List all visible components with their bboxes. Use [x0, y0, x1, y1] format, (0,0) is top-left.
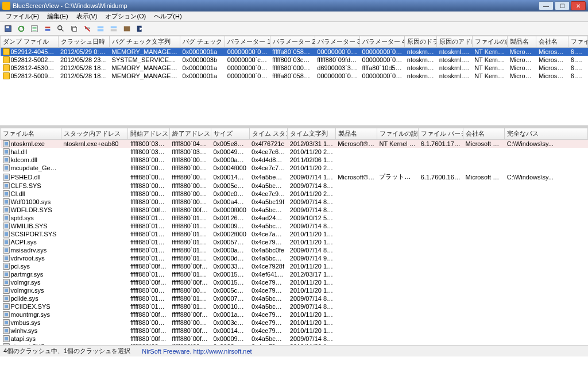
table-row[interactable]: 052812-50091-01.dmp2012/05/28 18:35:42ME… — [1, 72, 588, 80]
save-icon[interactable] — [2, 23, 14, 34]
column-header[interactable]: ファイ — [568, 36, 588, 48]
menu-item[interactable]: ヘルプ(H) — [150, 12, 185, 21]
column-header[interactable]: ダンプ ファイル — [1, 36, 59, 48]
column-header[interactable]: 原因のアドレス — [437, 36, 472, 48]
minimize-button[interactable]: — — [539, 1, 554, 10]
column-header[interactable]: 会社名 — [463, 128, 505, 140]
table-row[interactable]: kdcom.dllfffff880`00bad000fffff880`00bb7… — [1, 156, 588, 164]
table-row[interactable]: ntoskrnl.exentoskrnl.exe+eab80fffff800`0… — [1, 140, 588, 148]
table-row[interactable]: mcupdate_GenuineIntel.dllfffff880`00c9e0… — [1, 164, 588, 172]
svg-rect-12 — [72, 27, 76, 31]
maximize-button[interactable]: ☐ — [555, 1, 570, 10]
table-row[interactable]: partmgr.sysfffff880`011e0000fffff880`011… — [1, 270, 588, 278]
table-row[interactable]: atapi.sysfffff880`00ff5000fffff880`00ffe… — [1, 335, 588, 343]
table-row[interactable]: 052812-45302-01.dmp2012/05/28 18:55:48ME… — [1, 64, 588, 72]
table-row[interactable]: vmbus.sysfffff880`00dad000fffff880`00de9… — [1, 319, 588, 327]
column-header[interactable]: パラメーター 4 — [360, 36, 405, 48]
exit-icon[interactable] — [134, 23, 146, 34]
driver-list-pane[interactable]: ファイル名スタック内アドレス開始アドレス終了アドレスサイズタイム スタンプタイム… — [0, 128, 588, 345]
window-title: BlueScreenView - C:\Windows\Minidump — [13, 2, 539, 9]
menu-item[interactable]: 表示(V) — [73, 12, 101, 21]
menu-item[interactable]: ファイル(F) — [2, 12, 42, 21]
driver-file-icon — [3, 287, 10, 294]
delete-icon[interactable] — [82, 23, 93, 34]
table-row[interactable]: mountmgr.sysfffff880`00fc7000fffff880`00… — [1, 310, 588, 319]
toolbar — [0, 22, 588, 36]
properties-icon[interactable] — [29, 23, 40, 34]
column-header[interactable]: ファイル バージ... — [419, 128, 463, 140]
menu-item[interactable]: 編集(E) — [44, 12, 72, 21]
status-bar: 4個のクラッシュ中、1個のクラッシュを選択 NirSoft Freeware. … — [0, 345, 588, 356]
table-row[interactable]: PCIIDEX.SYSfffff880`01034000fffff880`010… — [1, 302, 588, 310]
status-link[interactable]: NirSoft Freeware. http://www.nirsoft.net — [142, 348, 252, 355]
table-row[interactable]: msisadrv.sysfffff880`01086000fffff880`01… — [1, 246, 588, 254]
table-row[interactable]: WDFLDR.SYSfffff880`00f70000fffff880`00f7… — [1, 206, 588, 214]
driver-file-icon — [3, 174, 10, 181]
column-header[interactable]: パラメーター 2 — [270, 36, 315, 48]
dump-table[interactable]: ダンプ ファイルクラッシュ日時バグ チェック文字列バグ チェック コードパラメー… — [0, 36, 588, 80]
table-row[interactable]: CLFS.SYSfffff880`00cf3000fffff880`00d510… — [1, 182, 588, 190]
column-header[interactable]: バグ チェック文字列 — [110, 36, 180, 48]
view1-icon[interactable] — [95, 23, 106, 34]
driver-file-icon — [3, 164, 10, 171]
column-header[interactable]: サイズ — [211, 128, 249, 140]
table-row[interactable]: vdrvroot.sysfffff880`01090000fffff880`01… — [1, 254, 588, 262]
driver-table[interactable]: ファイル名スタック内アドレス開始アドレス終了アドレスサイズタイム スタンプタイム… — [0, 128, 588, 345]
driver-file-icon — [3, 247, 10, 254]
table-row[interactable]: SCSIPORT.SYSfffff880`011e0000fffff880`01… — [1, 230, 588, 238]
column-header[interactable]: 製品名 — [335, 128, 377, 140]
svg-rect-16 — [98, 29, 104, 31]
table-row[interactable]: WMILIB.SYSfffff880`0111d7000fffff880`011… — [1, 222, 588, 230]
table-row[interactable]: 052912-40452-01.dmp2012/05/29 0:16:07MEM… — [1, 48, 588, 56]
column-header[interactable]: クラッシュ日時 — [58, 36, 109, 48]
column-header[interactable]: 製品名 — [508, 36, 536, 48]
copy-icon[interactable] — [68, 23, 80, 34]
options-icon[interactable] — [42, 23, 53, 34]
table-row[interactable]: Wdf01000.sysfffff880`00ea0000fffff880`00… — [1, 198, 588, 206]
table-row[interactable]: CI.dllfffff880`00eb0000fffff880`00d70000… — [1, 190, 588, 198]
table-row[interactable]: winhv.sysfffff880`00fe1000fffff880`00ff5… — [1, 327, 588, 335]
close-button[interactable]: ✕ — [571, 1, 586, 10]
driver-file-icon — [3, 190, 10, 197]
title-bar: BlueScreenView - C:\Windows\Minidump — ☐… — [0, 0, 588, 12]
driver-file-icon — [3, 148, 10, 155]
column-header[interactable]: 原因のドライバー — [405, 36, 437, 48]
refresh-icon[interactable] — [16, 23, 27, 34]
table-row[interactable]: sptd.sysfffff880`0101b000fffff880`01101f… — [1, 214, 588, 222]
table-row[interactable]: volmgr.sysfffff880`00fb2000fffff880`00fc… — [1, 278, 588, 286]
svg-rect-8 — [45, 29, 51, 30]
column-header[interactable]: パラメーター 1 — [225, 36, 270, 48]
table-row[interactable]: volmgrx.sysfffff880`00d51000fffff880`00d… — [1, 286, 588, 294]
column-header[interactable]: 終了アドレス — [169, 128, 211, 140]
column-header[interactable]: ファイル名 — [1, 128, 61, 140]
view2-icon[interactable] — [108, 23, 119, 34]
table-row[interactable]: ACPI.sysfffff880`0102f000fffff880`010860… — [1, 238, 588, 246]
column-header[interactable]: タイム スタンプ — [249, 128, 288, 140]
driver-file-icon — [3, 279, 10, 286]
column-header[interactable]: パラメーター 3 — [315, 36, 359, 48]
column-header[interactable]: タイム文字列 — [288, 128, 335, 140]
column-header[interactable]: 完全なパス — [505, 128, 588, 140]
svg-point-9 — [58, 25, 62, 29]
table-row[interactable]: 052812-50029-01.dmp2012/05/28 23:43:52SY… — [1, 56, 588, 64]
column-header[interactable]: 会社名 — [536, 36, 568, 48]
dump-list-pane[interactable]: ダンプ ファイルクラッシュ日時バグ チェック文字列バグ チェック コードパラメー… — [0, 36, 588, 128]
table-row[interactable]: hal.dllfffff800`03a16000fffff800`03a5f00… — [1, 148, 588, 156]
table-row[interactable]: pciide.sysfffff880`011f5000fffff880`011f… — [1, 294, 588, 302]
driver-file-icon — [3, 140, 10, 147]
driver-file-icon — [3, 206, 10, 213]
driver-file-icon — [3, 239, 10, 246]
table-row[interactable]: pci.sysfffff880`00f7f000fffff880`00fb200… — [1, 262, 588, 270]
dump-file-icon — [3, 72, 10, 79]
column-header[interactable]: バグ チェック コード — [180, 36, 225, 48]
column-header[interactable]: 開始アドレス — [128, 128, 169, 140]
column-header[interactable]: ファイルの説明 — [472, 36, 507, 48]
table-row[interactable]: PSHED.dllfffff880`00cdf000fffff880`00cf3… — [1, 172, 588, 182]
column-header[interactable]: スタック内アドレス — [61, 128, 128, 140]
menu-item[interactable]: オプション(O) — [102, 12, 149, 21]
column-header[interactable]: ファイルの説明 — [377, 128, 418, 140]
view3-icon[interactable] — [121, 23, 133, 34]
driver-file-icon — [3, 263, 10, 270]
find-icon[interactable] — [55, 23, 67, 34]
driver-file-icon — [3, 295, 10, 302]
